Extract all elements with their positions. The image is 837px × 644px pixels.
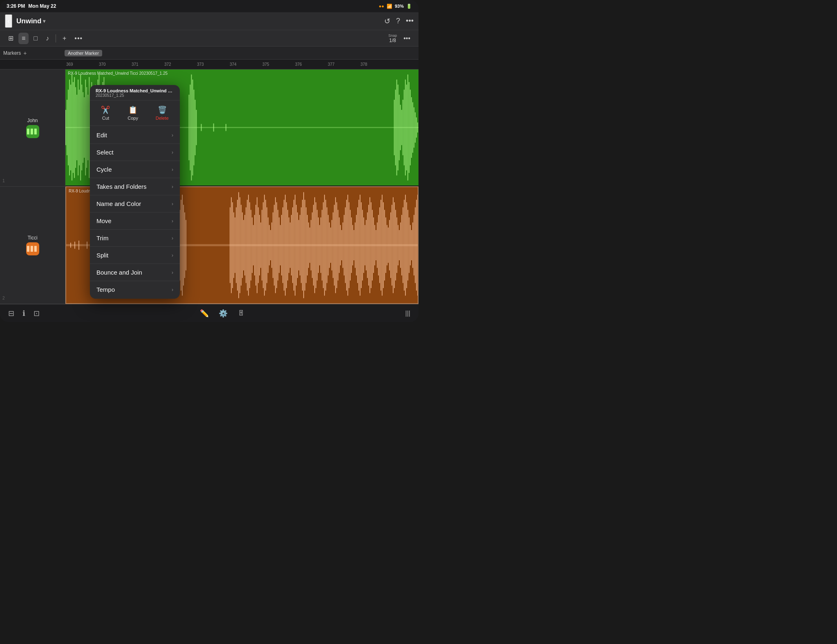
menu-divider-7 bbox=[90, 246, 180, 247]
markers-label: Markers + bbox=[3, 50, 60, 56]
ruler-numbers: 369370371372373374375376377378 bbox=[65, 62, 418, 67]
mixer-icon[interactable]: ||| bbox=[405, 310, 410, 317]
settings-icon[interactable]: ⚙️ bbox=[219, 309, 228, 318]
chevron-right-icon-tempo: › bbox=[172, 287, 173, 293]
cut-icon: ✂️ bbox=[101, 105, 110, 114]
copy-label: Copy bbox=[128, 116, 138, 121]
context-menu-overlay: RX-9 Loudness Matched_Unwind Ticci 20230… bbox=[0, 69, 418, 304]
nav-bar: ‹ Unwind ▾ ↺ ? ••• bbox=[0, 12, 418, 30]
toolbar-overflow-button[interactable]: ••• bbox=[400, 33, 414, 44]
snap-label: Snap bbox=[388, 34, 397, 38]
battery: 93% bbox=[395, 4, 404, 9]
track-view-button[interactable]: □ bbox=[30, 33, 41, 44]
date: Mon May 22 bbox=[28, 3, 56, 9]
chevron-right-icon-takes: › bbox=[172, 184, 173, 190]
toolbar-right: Snap 1/8 ••• bbox=[388, 33, 414, 44]
toolbar: ⊞ ≡ □ ♪ + ••• Snap 1/8 ••• bbox=[0, 30, 418, 47]
menu-item-select-label: Select bbox=[96, 149, 114, 156]
menu-divider-3 bbox=[90, 178, 180, 178]
add-track-button[interactable]: + bbox=[59, 33, 69, 44]
menu-item-trim[interactable]: Trim › bbox=[90, 230, 180, 246]
toolbar-more-button[interactable]: ••• bbox=[71, 33, 86, 44]
bottom-toolbar: ⊟ ℹ ⊡ ✏️ ⚙️ 🎚 ||| bbox=[0, 304, 418, 322]
menu-divider-9 bbox=[90, 281, 180, 281]
add-marker-button[interactable]: + bbox=[23, 50, 27, 56]
markers-text: Markers bbox=[3, 50, 21, 56]
context-menu-header: RX-9 Loudness Matched_Unwind Ticci 20230… bbox=[90, 85, 180, 101]
status-right: ●● 📶 93% 🔋 bbox=[379, 4, 412, 9]
menu-item-edit[interactable]: Edit › bbox=[90, 127, 180, 143]
markers-row: Markers + Another Marker bbox=[0, 47, 418, 60]
context-menu-subtitle: 20230517_1.25 bbox=[96, 93, 174, 98]
ruler-number: 374 bbox=[229, 62, 262, 67]
snap-value: 1/8 bbox=[389, 38, 396, 43]
chevron-right-icon-bounce: › bbox=[172, 270, 173, 275]
copy-action[interactable]: 📋 Copy bbox=[124, 104, 141, 122]
chevron-right-icon-trim: › bbox=[172, 235, 173, 241]
snap-control[interactable]: Snap 1/8 bbox=[388, 34, 397, 43]
context-menu-actions: ✂️ Cut 📋 Copy 🗑️ Delete bbox=[90, 101, 180, 126]
menu-divider-5 bbox=[90, 212, 180, 212]
menu-item-bounce[interactable]: Bounce and Join › bbox=[90, 265, 180, 280]
delete-icon: 🗑️ bbox=[158, 105, 167, 114]
chevron-right-icon-edit: › bbox=[172, 132, 173, 138]
menu-item-split-label: Split bbox=[96, 252, 108, 259]
main-content: John ▋▋▋ 1 Ticci ▋▋▋ 2 RX-9 Loudness Mat… bbox=[0, 69, 418, 304]
bottom-center-icons: ✏️ ⚙️ 🎚 bbox=[200, 309, 245, 318]
menu-item-split[interactable]: Split › bbox=[90, 248, 180, 263]
back-button[interactable]: ‹ bbox=[5, 14, 12, 28]
bottom-right-icons: ||| bbox=[405, 310, 410, 317]
chevron-right-icon-move: › bbox=[172, 218, 173, 224]
ruler-number: 378 bbox=[360, 62, 392, 67]
help-icon[interactable]: ? bbox=[396, 17, 400, 25]
chevron-right-icon-cycle: › bbox=[172, 167, 173, 172]
ruler-number: 376 bbox=[294, 62, 327, 67]
bottom-icon-1[interactable]: ⊟ bbox=[8, 309, 14, 318]
context-menu-title: RX-9 Loudness Matched_Unwind Ticci bbox=[96, 88, 174, 93]
chevron-right-icon-select: › bbox=[172, 150, 173, 155]
status-bar: 3:26 PM Mon May 22 ●● 📶 93% 🔋 bbox=[0, 0, 418, 12]
signal-dots: ●● bbox=[379, 4, 384, 9]
bottom-icon-2[interactable]: ℹ bbox=[22, 309, 25, 318]
menu-item-name-color[interactable]: Name and Color › bbox=[90, 196, 180, 211]
ruler-number: 369 bbox=[65, 62, 98, 67]
menu-item-tempo-label: Tempo bbox=[96, 286, 115, 293]
menu-item-select[interactable]: Select › bbox=[90, 145, 180, 160]
wifi-icon: 📶 bbox=[387, 4, 392, 9]
battery-icon: 🔋 bbox=[406, 4, 412, 9]
context-menu-items: Edit › Select › Cycle › Takes and Folder… bbox=[90, 126, 180, 299]
ruler-number: 373 bbox=[196, 62, 229, 67]
menu-divider-2 bbox=[90, 161, 180, 161]
menu-item-move[interactable]: Move › bbox=[90, 213, 180, 228]
sliders-icon[interactable]: 🎚 bbox=[237, 309, 245, 318]
list-view-button[interactable]: ≡ bbox=[18, 33, 29, 44]
bottom-icon-3[interactable]: ⊡ bbox=[34, 309, 40, 318]
menu-divider-4 bbox=[90, 195, 180, 195]
cut-action[interactable]: ✂️ Cut bbox=[98, 104, 113, 122]
menu-item-move-label: Move bbox=[96, 217, 112, 224]
menu-item-takes[interactable]: Takes and Folders › bbox=[90, 179, 180, 194]
menu-item-cycle[interactable]: Cycle › bbox=[90, 162, 180, 177]
delete-label: Delete bbox=[156, 116, 169, 121]
more-nav-icon[interactable]: ••• bbox=[406, 17, 414, 25]
menu-item-trim-label: Trim bbox=[96, 235, 108, 242]
ruler-number: 372 bbox=[163, 62, 196, 67]
marker-chip[interactable]: Another Marker bbox=[65, 50, 102, 56]
delete-action[interactable]: 🗑️ Delete bbox=[152, 104, 172, 122]
nav-title: Unwind ▾ bbox=[16, 17, 45, 25]
ruler-number: 377 bbox=[327, 62, 360, 67]
context-menu: RX-9 Loudness Matched_Unwind Ticci 20230… bbox=[90, 85, 180, 299]
chevron-right-icon-name-color: › bbox=[172, 201, 173, 207]
menu-item-cycle-label: Cycle bbox=[96, 166, 112, 173]
menu-divider-1 bbox=[90, 143, 180, 144]
piano-view-button[interactable]: ♪ bbox=[43, 33, 52, 44]
project-name: Unwind bbox=[16, 17, 41, 25]
menu-item-edit-label: Edit bbox=[96, 132, 107, 139]
pencil-icon[interactable]: ✏️ bbox=[200, 309, 209, 318]
menu-item-tempo[interactable]: Tempo › bbox=[90, 282, 180, 297]
menu-divider-8 bbox=[90, 264, 180, 264]
grid-view-button[interactable]: ⊞ bbox=[5, 32, 17, 44]
undo-icon[interactable]: ↺ bbox=[384, 17, 390, 26]
nav-right-icons: ↺ ? ••• bbox=[384, 17, 414, 26]
chevron-right-icon-split: › bbox=[172, 253, 173, 258]
